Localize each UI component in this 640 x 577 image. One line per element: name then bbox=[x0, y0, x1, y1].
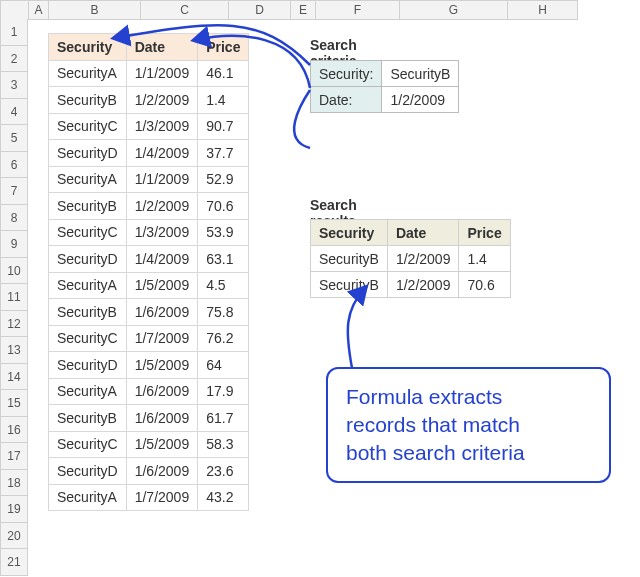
cell-date[interactable]: 1/5/2009 bbox=[126, 431, 198, 458]
cell-security[interactable]: SecurityA bbox=[49, 166, 127, 193]
cell-price[interactable]: 53.9 bbox=[198, 219, 249, 246]
cell-security[interactable]: SecurityB bbox=[49, 299, 127, 326]
cell-date[interactable]: 1/2/2009 bbox=[387, 272, 459, 298]
row-header[interactable]: 19 bbox=[0, 496, 28, 523]
cell-date[interactable]: 1/6/2009 bbox=[126, 405, 198, 432]
col-header[interactable]: B bbox=[49, 1, 141, 20]
cell-security[interactable]: SecurityD bbox=[49, 246, 127, 273]
table-row: SecurityB1/2/200970.6 bbox=[311, 272, 511, 298]
col-header[interactable]: F bbox=[316, 1, 400, 20]
row-header[interactable]: 15 bbox=[0, 390, 28, 417]
cell-price[interactable]: 37.7 bbox=[198, 140, 249, 167]
cell-price[interactable]: 52.9 bbox=[198, 166, 249, 193]
row-header[interactable]: 4 bbox=[0, 99, 28, 126]
cell-date[interactable]: 1/6/2009 bbox=[126, 299, 198, 326]
cell-date[interactable]: 1/6/2009 bbox=[126, 378, 198, 405]
cell-price[interactable]: 58.3 bbox=[198, 431, 249, 458]
cell-security[interactable]: SecurityA bbox=[49, 60, 127, 87]
cell-security[interactable]: SecurityB bbox=[311, 272, 388, 298]
criteria-value-security[interactable]: SecurityB bbox=[382, 61, 459, 87]
cell-security[interactable]: SecurityC bbox=[49, 431, 127, 458]
cell-date[interactable]: 1/4/2009 bbox=[126, 246, 198, 273]
cell-date[interactable]: 1/3/2009 bbox=[126, 113, 198, 140]
table-row: SecurityD1/6/200923.6 bbox=[49, 458, 249, 485]
col-header[interactable]: D bbox=[229, 1, 291, 20]
row-header[interactable]: 18 bbox=[0, 470, 28, 497]
row-header[interactable]: 10 bbox=[0, 258, 28, 285]
cell-price[interactable]: 70.6 bbox=[198, 193, 249, 220]
row-header[interactable]: 9 bbox=[0, 231, 28, 258]
cell-date[interactable]: 1/3/2009 bbox=[126, 219, 198, 246]
cell-price[interactable]: 76.2 bbox=[198, 325, 249, 352]
cell-security[interactable]: SecurityB bbox=[49, 193, 127, 220]
row-header[interactable]: 5 bbox=[0, 125, 28, 152]
cell-security[interactable]: SecurityD bbox=[49, 140, 127, 167]
col-header[interactable]: C bbox=[141, 1, 229, 20]
cell-security[interactable]: SecurityA bbox=[49, 272, 127, 299]
row-header[interactable]: 14 bbox=[0, 364, 28, 391]
cell-security[interactable]: SecurityC bbox=[49, 113, 127, 140]
row-header[interactable]: 2 bbox=[0, 46, 28, 73]
row-header[interactable]: 17 bbox=[0, 443, 28, 470]
header-security[interactable]: Security bbox=[49, 34, 127, 61]
cell-price[interactable]: 1.4 bbox=[459, 246, 510, 272]
cell-price[interactable]: 46.1 bbox=[198, 60, 249, 87]
cell-security[interactable]: SecurityA bbox=[49, 378, 127, 405]
cell-price[interactable]: 43.2 bbox=[198, 484, 249, 511]
cell-price[interactable]: 75.8 bbox=[198, 299, 249, 326]
criteria-value-date[interactable]: 1/2/2009 bbox=[382, 87, 459, 113]
cell-price[interactable]: 61.7 bbox=[198, 405, 249, 432]
cell-date[interactable]: 1/2/2009 bbox=[126, 193, 198, 220]
row-header[interactable]: 11 bbox=[0, 284, 28, 311]
cell-date[interactable]: 1/2/2009 bbox=[126, 87, 198, 114]
row-header[interactable]: 6 bbox=[0, 152, 28, 179]
cell-security[interactable]: SecurityB bbox=[49, 87, 127, 114]
cell-date[interactable]: 1/7/2009 bbox=[126, 484, 198, 511]
cell-price[interactable]: 23.6 bbox=[198, 458, 249, 485]
cell-security[interactable]: SecurityB bbox=[49, 405, 127, 432]
cell-date[interactable]: 1/4/2009 bbox=[126, 140, 198, 167]
cell-security[interactable]: SecurityC bbox=[49, 325, 127, 352]
row-header[interactable]: 16 bbox=[0, 417, 28, 444]
cell-date[interactable]: 1/1/2009 bbox=[126, 166, 198, 193]
col-header[interactable]: H bbox=[508, 1, 578, 20]
cell-price[interactable]: 63.1 bbox=[198, 246, 249, 273]
cell-price[interactable]: 90.7 bbox=[198, 113, 249, 140]
cell-price[interactable]: 4.5 bbox=[198, 272, 249, 299]
header-date[interactable]: Date bbox=[126, 34, 198, 61]
results-header-price[interactable]: Price bbox=[459, 220, 510, 246]
cell-price[interactable]: 64 bbox=[198, 352, 249, 379]
header-price[interactable]: Price bbox=[198, 34, 249, 61]
col-header[interactable]: E bbox=[291, 1, 316, 20]
col-header[interactable]: A bbox=[29, 1, 49, 20]
select-all-corner[interactable] bbox=[1, 1, 29, 20]
cell-price[interactable]: 17.9 bbox=[198, 378, 249, 405]
cell-date[interactable]: 1/2/2009 bbox=[387, 246, 459, 272]
row-header[interactable]: 7 bbox=[0, 178, 28, 205]
row-header[interactable]: 1 bbox=[0, 19, 28, 46]
row-header[interactable]: 3 bbox=[0, 72, 28, 99]
cell-security[interactable]: SecurityA bbox=[49, 484, 127, 511]
row-header[interactable]: 21 bbox=[0, 549, 28, 576]
cell-date[interactable]: 1/1/2009 bbox=[126, 60, 198, 87]
cell-date[interactable]: 1/6/2009 bbox=[126, 458, 198, 485]
cell-date[interactable]: 1/7/2009 bbox=[126, 325, 198, 352]
cell-date[interactable]: 1/5/2009 bbox=[126, 272, 198, 299]
row-headers: 123456789101112131415161718192021 bbox=[0, 19, 28, 576]
cell-price[interactable]: 1.4 bbox=[198, 87, 249, 114]
cell-security[interactable]: SecurityD bbox=[49, 352, 127, 379]
criteria-row: Security: SecurityB bbox=[311, 61, 459, 87]
cell-date[interactable]: 1/5/2009 bbox=[126, 352, 198, 379]
cell-price[interactable]: 70.6 bbox=[459, 272, 510, 298]
row-header[interactable]: 12 bbox=[0, 311, 28, 338]
column-headers: A B C D E F G H bbox=[0, 0, 578, 20]
cell-security[interactable]: SecurityB bbox=[311, 246, 388, 272]
cell-security[interactable]: SecurityD bbox=[49, 458, 127, 485]
row-header[interactable]: 8 bbox=[0, 205, 28, 232]
results-header-security[interactable]: Security bbox=[311, 220, 388, 246]
results-header-date[interactable]: Date bbox=[387, 220, 459, 246]
col-header[interactable]: G bbox=[400, 1, 508, 20]
row-header[interactable]: 20 bbox=[0, 523, 28, 550]
cell-security[interactable]: SecurityC bbox=[49, 219, 127, 246]
row-header[interactable]: 13 bbox=[0, 337, 28, 364]
